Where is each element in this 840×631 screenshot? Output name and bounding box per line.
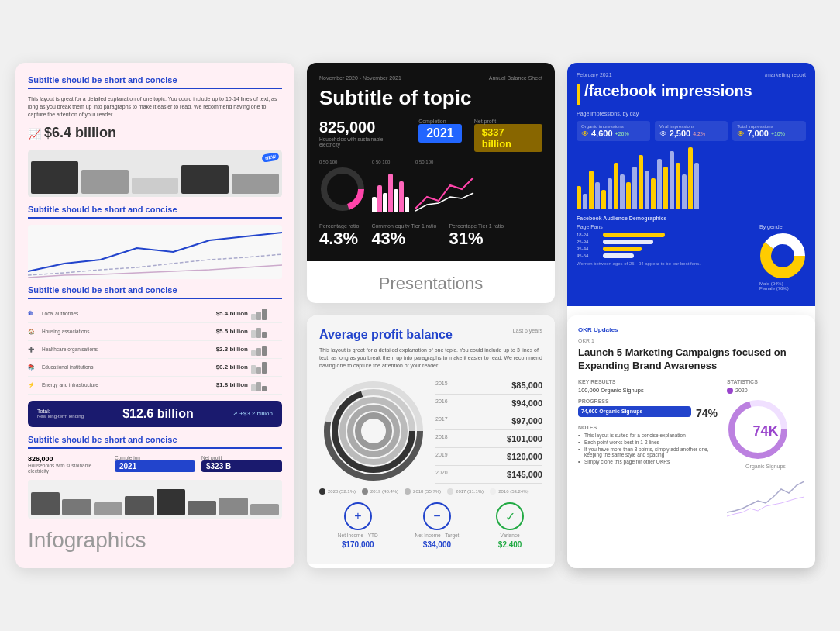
fb-metrics: Organic impressions 👁 4,600 +26% Viral i… [577, 121, 806, 141]
legend-2: 2019 (48.4%) [362, 488, 398, 495]
profit-row-6: 2020 $145,000 [435, 466, 542, 484]
fb-gender-label: By gender [759, 224, 806, 229]
profit-main: 2015 $85,000 2016 $94,000 2017 $97,000 2… [319, 377, 542, 485]
fb-bar-13 [651, 178, 656, 209]
reports-header: February 2021 /marketing report [577, 72, 806, 78]
mini-sparkbar [251, 308, 282, 320]
fb-age-4: 45-54 [577, 253, 600, 258]
mini-sparkbar4 [251, 361, 282, 374]
pres-pct-ratio: Percentage ratio 4.3% [319, 223, 359, 249]
legend-dot-2 [362, 488, 368, 495]
pres-completion: Completion 2021 [418, 119, 462, 152]
mini-bars [28, 480, 282, 519]
legend-3: 2018 (55.7%) [405, 488, 441, 495]
fb-organic-delta: +26% [615, 131, 629, 136]
fb-bar-10 [632, 167, 637, 209]
bar-2 [81, 170, 129, 194]
profit-icons: + Net Income - YTD $170,000 − Net Income… [319, 495, 542, 552]
total-label: Total: New long-term lending [37, 409, 84, 419]
infographics-section3-title: Subtitle should be short and concise [28, 285, 282, 299]
eye-icon-2: 👁 [659, 129, 667, 138]
spike-6 [399, 181, 404, 212]
presentations-dark: November 2020 - November 2021 Annual Bal… [307, 63, 555, 261]
legend-4: 2017 (31.1%) [447, 488, 484, 495]
spike-2 [377, 185, 382, 212]
profit-card: Average profit balance Last 6 years This… [307, 316, 555, 568]
infographics-section4-title: Subtitle should be short and concise [28, 435, 282, 449]
table-section: 🏛 Local authorities $5.4 billion 🏠 Housi… [28, 305, 282, 395]
spike-7 [405, 197, 409, 212]
okr-note-4: Simply clone this page for other OKRs [578, 459, 718, 464]
presentations-card: November 2020 - November 2021 Annual Bal… [307, 63, 555, 303]
fb-fans-label: Page Fans [577, 224, 753, 229]
okr-progress-label: PROGRESS [578, 398, 718, 404]
profit-row-5: 2019 $120,000 [435, 448, 542, 466]
legend-dot-4 [447, 488, 453, 495]
pres-completion-label: Completion [418, 119, 462, 124]
okr-big-stat-wrapper: 74K [727, 398, 804, 464]
fb-age-1: 18-24 [577, 233, 600, 237]
legend-dot-3 [405, 488, 411, 495]
spike-5 [394, 189, 398, 212]
bar-1 [31, 161, 78, 194]
households-val: 826,000 [28, 455, 108, 463]
pres-type: Annual Balance Sheet [489, 75, 542, 81]
row-val-2: $5.5 billion [216, 328, 248, 335]
mini-bar-6 [188, 501, 216, 515]
pres-tier1-label: Percentage Tier 1 ratio [449, 223, 504, 229]
row-label-1: Local authorities [39, 311, 216, 316]
fb-bar-age-3 [603, 247, 642, 251]
legend-5: 2016 (53.24%) [490, 488, 528, 495]
fb-bar-chart [577, 147, 806, 209]
growth-icon: 📈 [28, 128, 41, 140]
row-val-4: $6.2 billion [216, 364, 248, 371]
okr-progress-row: 74,000 Organic Signups 74% [578, 406, 718, 420]
households-stat: 826,000 Households with sustainable elec… [28, 455, 108, 474]
fb-bar-16 [670, 151, 674, 209]
fb-bar-20 [694, 163, 699, 209]
okr-card: OKR Updates OKR 1 Launch 5 Marketing Cam… [567, 316, 815, 568]
profit-desc: This layout is great for a detailed expl… [319, 347, 542, 369]
pres-donut-svg [319, 166, 366, 212]
okr-right-col: STATISTICS 2020 74 [727, 379, 804, 520]
okr-two-col: KEY RESULTS 100,000 Organic Signups PROG… [578, 379, 804, 520]
pres-completion-val: 2021 [418, 124, 462, 143]
total-value: $12.6 billion [122, 407, 194, 421]
pres-stats: 825,000 Households with sustainable elec… [319, 119, 542, 152]
fb-demo-note: Women between ages of 25 - 34 appear to … [577, 261, 753, 266]
spike-3 [383, 193, 387, 212]
variance-label: Variance [501, 533, 520, 538]
fb-paid-delta: 4.2% [693, 131, 705, 136]
fb-total-delta: +10% [771, 131, 785, 136]
fb-title: /facebook impressions [584, 82, 752, 100]
infographics-card: Subtitle should be short and concise Thi… [15, 63, 294, 567]
net-profit-val: $323 B [201, 460, 282, 472]
pres-households-label: Households with sustainable electricity [319, 136, 403, 147]
net-income-target-val: $34,000 [423, 540, 451, 549]
spike-4 [388, 174, 393, 212]
check-icon-circle: ✓ [496, 502, 524, 530]
pres-pct-ratio-label: Percentage ratio [319, 223, 359, 229]
row-label-4: Educational institutions [39, 364, 216, 370]
fb-bar-age-2 [603, 240, 653, 244]
okr-big-label: Organic Signups [727, 464, 804, 469]
okr-progress-bar: 74,000 Organic Signups [578, 406, 691, 417]
row-icon-2: 🏠 [28, 329, 39, 335]
pres-equity-val: 43% [371, 229, 436, 249]
fb-bar-age-4 [603, 253, 634, 258]
infographics-section2-title: Subtitle should be short and concise [28, 205, 282, 219]
fb-demographics-title: Facebook Audience Demographics [577, 216, 806, 221]
mini-sparkbar3 [251, 343, 282, 356]
pres-households: 825,000 Households with sustainable elec… [319, 119, 403, 152]
fb-page-fans: Page Fans 18-24 25-34 35-44 [577, 224, 753, 291]
okr-bar-text: 74,000 Organic Signups [581, 409, 642, 414]
pres-tier1-val: 31% [449, 229, 504, 249]
okr-left-col: KEY RESULTS 100,000 Organic Signups PROG… [578, 379, 718, 520]
table-row: ➕ Healthcare organisations $2.3 billion [28, 341, 282, 359]
fb-bar-2 [583, 194, 587, 209]
okr-key-results-label: KEY RESULTS [578, 379, 718, 384]
row-val-5: $1.8 billion [216, 381, 248, 388]
pres-donut: 0 50 100 [319, 160, 366, 216]
profit-content: Average profit balance Last 6 years This… [307, 316, 555, 564]
profit-row-1: 2015 $85,000 [435, 377, 542, 395]
